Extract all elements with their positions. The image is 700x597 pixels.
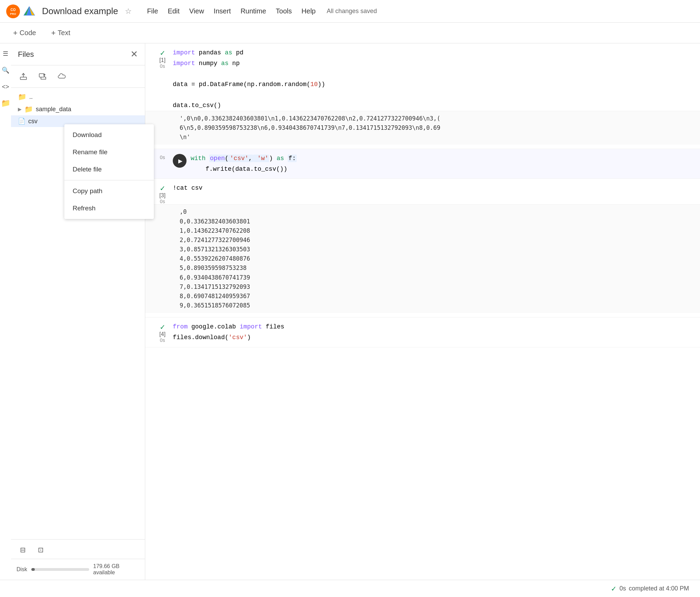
add-text-button[interactable]: + Text	[46, 26, 75, 40]
context-download[interactable]: Download	[64, 126, 154, 144]
folder-icon-2: 📁	[24, 105, 33, 113]
play-icon: ▶	[178, 158, 182, 164]
cell-4-check: ✓	[160, 323, 166, 331]
add-code-button[interactable]: + Code	[8, 26, 41, 40]
cell-4-number: [4]	[159, 331, 166, 337]
cloud-icon	[58, 72, 66, 81]
cell-1-check: ✓	[160, 49, 166, 57]
context-copy-path[interactable]: Copy path	[64, 182, 154, 200]
upload-from-drive-button[interactable]	[36, 70, 50, 83]
file-icon: 📄	[18, 117, 25, 125]
terminal-button[interactable]: ⊟	[17, 544, 29, 556]
cell-1-header: ✓ [1] 0s import pandas as pd import nump…	[145, 48, 700, 111]
sample-data-folder-item[interactable]: ▶ 📁 sample_data	[11, 103, 145, 115]
sidebar-bottom: Disk 179.66 GB available	[11, 559, 145, 580]
sidebar: Files ✕	[11, 43, 145, 580]
cell-1-status: ✓ [1] 0s	[152, 48, 173, 69]
hamburger-icon[interactable]: ☰	[1, 49, 10, 59]
mount-drive-button[interactable]	[55, 70, 69, 83]
status-bar: ✓ 0s completed at 4:00 PM	[0, 580, 700, 597]
main-layout: ☰ 🔍 <> 📁 Files ✕	[0, 43, 700, 580]
menu-edit[interactable]: Edit	[163, 5, 183, 17]
cell-2-time: 0s	[160, 155, 165, 160]
cell-3-time: 0s	[160, 199, 165, 204]
save-status: All changes saved	[327, 8, 377, 15]
sidebar-icons	[11, 65, 145, 88]
menu-view[interactable]: View	[185, 5, 208, 17]
cell-4-header: ✓ [4] 0s from google.colab import files …	[145, 322, 700, 343]
disk-bar	[31, 568, 89, 571]
folder-icon: 📁	[18, 93, 26, 101]
upload-file-button[interactable]	[17, 70, 30, 83]
menu-help[interactable]: Help	[297, 5, 320, 17]
sidebar-title: Files	[18, 50, 34, 59]
cell-3-output: ,0 0,0.3362382403603801 1,0.143622347076…	[145, 204, 700, 313]
code-cell-3: ✓ [3] 0s !cat csv ,0 0,0.336238240360380…	[145, 179, 700, 317]
menu-insert[interactable]: Insert	[210, 5, 235, 17]
code-cell-4: ✓ [4] 0s from google.colab import files …	[145, 317, 700, 347]
left-icons: ☰ 🔍 <> 📁	[0, 43, 11, 114]
star-icon[interactable]: ☆	[125, 7, 132, 16]
cell-2-run-btn[interactable]: ▶	[173, 154, 187, 168]
cell-3-number: [3]	[159, 192, 166, 199]
context-rename[interactable]: Rename file	[64, 144, 154, 161]
disk-info: Disk 179.66 GB available	[17, 563, 139, 576]
text-label: Text	[58, 29, 71, 37]
sidebar-close-button[interactable]: ✕	[130, 49, 138, 60]
cell-3-status: ✓ [3] 0s	[152, 183, 173, 204]
editor-area: ✓ [1] 0s import pandas as pd import nump…	[145, 43, 700, 580]
context-divider	[64, 180, 154, 180]
svg-rect-9	[39, 74, 44, 77]
upload-icon	[19, 72, 28, 81]
code-icon[interactable]: <>	[1, 82, 10, 92]
cell-4-code[interactable]: from google.colab import files files.dow…	[173, 322, 693, 343]
status-time: 0s	[619, 585, 626, 592]
menu-runtime[interactable]: Runtime	[236, 5, 270, 17]
search-sidebar-icon[interactable]: 🔍	[1, 65, 10, 75]
csv-file-label: csv	[28, 118, 38, 125]
menu-bar: File Edit View Insert Runtime Tools Help…	[143, 5, 377, 17]
doc-title: Download example	[42, 6, 118, 17]
sample-data-label: sample_data	[36, 106, 71, 113]
context-menu: Download Rename file Delete file Copy pa…	[64, 124, 154, 219]
svg-text:CO: CO	[11, 8, 16, 12]
toolbar: + Code + Text	[0, 23, 700, 43]
cell-2-status: 0s	[152, 153, 173, 160]
menu-tools[interactable]: Tools	[272, 5, 296, 17]
disk-available: 179.66 GB available	[93, 563, 139, 576]
disk-bar-fill	[31, 568, 35, 571]
files-icon[interactable]: 📁	[1, 98, 10, 108]
cell-3-header: ✓ [3] 0s !cat csv	[145, 183, 700, 204]
cell-1-code[interactable]: import pandas as pd import numpy as np d…	[173, 48, 693, 111]
context-delete[interactable]: Delete file	[64, 161, 154, 178]
sidebar-header: Files ✕	[11, 43, 145, 65]
cell-3-check: ✓	[160, 184, 166, 192]
code-cell-1: ✓ [1] 0s import pandas as pd import nump…	[145, 43, 700, 149]
plus-icon: +	[13, 29, 18, 38]
svg-rect-7	[20, 77, 26, 80]
logo-area: CO PRO	[6, 4, 35, 19]
expand-icon: ▶	[18, 106, 22, 112]
plus-icon-2: +	[51, 29, 56, 38]
cell-4-status: ✓ [4] 0s	[152, 322, 173, 343]
menu-file[interactable]: File	[143, 5, 162, 17]
cell-1-number: [1]	[159, 57, 166, 63]
cell-4-time: 0s	[160, 337, 165, 343]
colab-logo: CO PRO	[6, 4, 21, 19]
code-cell-2: 0s ▶ with open('csv', 'w') as f: f.write…	[145, 149, 700, 179]
context-refresh[interactable]: Refresh	[64, 200, 154, 217]
parent-dir-label: ..	[29, 93, 33, 101]
disk-label: Disk	[17, 566, 27, 573]
svg-text:PRO: PRO	[10, 12, 16, 15]
cell-1-time: 0s	[160, 63, 165, 69]
cell-2-header: 0s ▶ with open('csv', 'w') as f: f.write…	[145, 153, 700, 174]
cell-3-code[interactable]: !cat csv	[173, 183, 693, 193]
status-check: ✓	[611, 585, 617, 593]
sidebar-bottom-icons: ⊟ ⊡	[11, 539, 145, 559]
drive-icon	[23, 6, 35, 17]
shell-button[interactable]: ⊡	[34, 544, 47, 556]
cell-1-output: ',0\n0,0.3362382403603801\n1,0.143622347…	[145, 111, 700, 145]
cell-2-code[interactable]: with open('csv', 'w') as f: f.write(data…	[191, 153, 693, 174]
status-message: completed at 4:00 PM	[629, 585, 689, 592]
parent-dir-item[interactable]: 📁 ..	[11, 91, 145, 103]
